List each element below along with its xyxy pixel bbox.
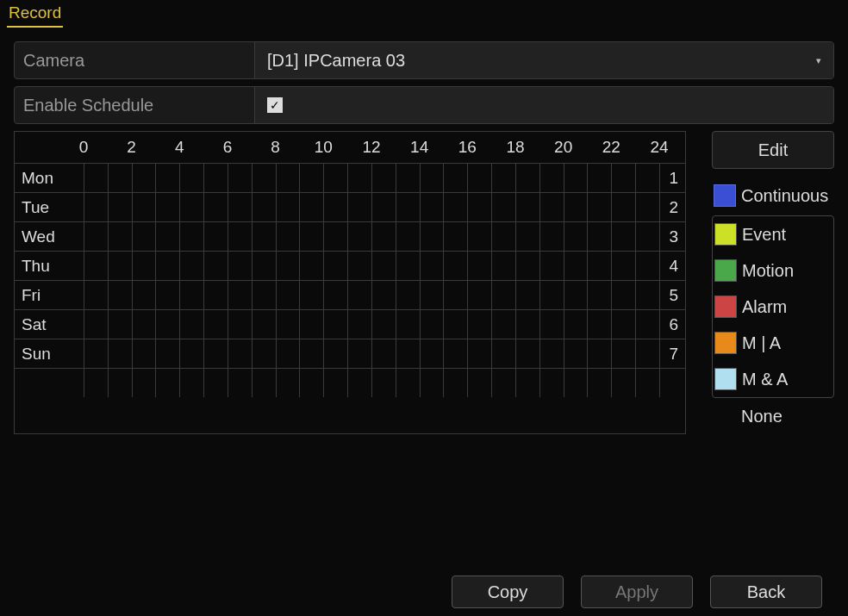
schedule-cell[interactable]	[299, 164, 323, 192]
schedule-cell[interactable]	[467, 193, 491, 221]
schedule-cell[interactable]	[515, 310, 539, 339]
schedule-cell[interactable]	[252, 252, 276, 280]
schedule-cell[interactable]	[396, 193, 420, 221]
day-row[interactable]: Wed3	[15, 221, 685, 251]
schedule-cell[interactable]	[371, 164, 396, 192]
schedule-cell[interactable]	[132, 339, 156, 368]
schedule-cell[interactable]	[179, 310, 203, 339]
schedule-cell[interactable]	[84, 193, 108, 221]
schedule-cell[interactable]	[228, 193, 252, 221]
schedule-cell[interactable]	[396, 222, 420, 251]
schedule-cell[interactable]	[276, 222, 300, 251]
schedule-cell[interactable]	[203, 339, 228, 368]
camera-select[interactable]: [D1] IPCamera 03 ▾	[254, 42, 833, 78]
schedule-cell[interactable]	[132, 310, 156, 339]
schedule-cell[interactable]	[491, 252, 515, 280]
schedule-cell[interactable]	[299, 193, 323, 221]
schedule-cell[interactable]	[132, 164, 156, 192]
schedule-cell[interactable]	[155, 193, 179, 221]
schedule-cell[interactable]	[347, 252, 371, 280]
schedule-cell[interactable]	[539, 193, 564, 221]
schedule-cell[interactable]	[467, 310, 491, 339]
schedule-cell[interactable]	[396, 252, 420, 280]
day-row[interactable]: Tue2	[15, 192, 685, 221]
schedule-cell[interactable]	[276, 193, 300, 221]
schedule-cell[interactable]	[420, 193, 444, 221]
schedule-cell[interactable]	[371, 310, 396, 339]
schedule-cell[interactable]	[228, 252, 252, 280]
day-row[interactable]: Mon1	[15, 163, 685, 192]
schedule-cell[interactable]	[323, 339, 347, 368]
schedule-cell[interactable]	[179, 252, 203, 280]
legend-event[interactable]: Event	[713, 216, 833, 252]
schedule-cell[interactable]	[179, 339, 203, 368]
schedule-cell[interactable]	[323, 252, 347, 280]
schedule-cell[interactable]	[132, 222, 156, 251]
schedule-cell[interactable]	[203, 310, 228, 339]
schedule-cell[interactable]	[323, 193, 347, 221]
schedule-cell[interactable]	[443, 222, 467, 251]
schedule-cell[interactable]	[252, 193, 276, 221]
schedule-cell[interactable]	[84, 339, 108, 368]
schedule-cell[interactable]	[371, 193, 396, 221]
schedule-cell[interactable]	[228, 222, 252, 251]
tab-record[interactable]: Record	[7, 3, 63, 28]
schedule-cell[interactable]	[396, 310, 420, 339]
schedule-cell[interactable]	[299, 310, 323, 339]
schedule-cell[interactable]	[108, 193, 132, 221]
schedule-cell[interactable]	[539, 252, 564, 280]
schedule-cell[interactable]	[467, 252, 491, 280]
schedule-cell[interactable]	[203, 252, 228, 280]
schedule-cell[interactable]	[443, 164, 467, 192]
schedule-cell[interactable]	[587, 193, 611, 221]
schedule-cell[interactable]	[515, 193, 539, 221]
schedule-cell[interactable]	[84, 310, 108, 339]
schedule-cell[interactable]	[371, 252, 396, 280]
schedule-cell[interactable]	[587, 310, 611, 339]
schedule-cell[interactable]	[539, 310, 564, 339]
schedule-cell[interactable]	[323, 222, 347, 251]
schedule-cell[interactable]	[155, 252, 179, 280]
schedule-cell[interactable]	[228, 164, 252, 192]
schedule-cell[interactable]	[515, 281, 539, 309]
schedule-cell[interactable]	[276, 281, 300, 309]
schedule-cell[interactable]	[84, 222, 108, 251]
schedule-cell[interactable]	[299, 339, 323, 368]
schedule-cell[interactable]	[587, 222, 611, 251]
schedule-cell[interactable]	[491, 281, 515, 309]
schedule-cell[interactable]	[132, 252, 156, 280]
schedule-cell[interactable]	[635, 164, 659, 192]
schedule-cell[interactable]	[371, 222, 396, 251]
schedule-cell[interactable]	[420, 164, 444, 192]
day-row[interactable]: Fri5	[15, 280, 685, 309]
schedule-cell[interactable]	[299, 281, 323, 309]
schedule-cell[interactable]	[443, 281, 467, 309]
schedule-cell[interactable]	[515, 339, 539, 368]
schedule-cell[interactable]	[323, 164, 347, 192]
schedule-cell[interactable]	[155, 281, 179, 309]
legend-motion[interactable]: Motion	[713, 252, 833, 289]
schedule-cell[interactable]	[155, 339, 179, 368]
schedule-cell[interactable]	[179, 222, 203, 251]
schedule-cell[interactable]	[515, 222, 539, 251]
schedule-cell[interactable]	[587, 339, 611, 368]
schedule-cell[interactable]	[84, 281, 108, 309]
schedule-cell[interactable]	[276, 339, 300, 368]
schedule-cell[interactable]	[323, 310, 347, 339]
schedule-cell[interactable]	[491, 222, 515, 251]
legend-m-and-a[interactable]: M & A	[713, 361, 833, 397]
schedule-cell[interactable]	[299, 252, 323, 280]
schedule-cell[interactable]	[252, 222, 276, 251]
schedule-cell[interactable]	[179, 164, 203, 192]
schedule-cell[interactable]	[179, 193, 203, 221]
schedule-cell[interactable]	[539, 281, 564, 309]
schedule-cell[interactable]	[635, 339, 659, 368]
schedule-cell[interactable]	[252, 339, 276, 368]
schedule-cell[interactable]	[635, 310, 659, 339]
schedule-cell[interactable]	[515, 164, 539, 192]
schedule-cell[interactable]	[443, 193, 467, 221]
schedule-cell[interactable]	[491, 339, 515, 368]
schedule-cell[interactable]	[299, 222, 323, 251]
schedule-cell[interactable]	[635, 193, 659, 221]
legend-continuous[interactable]: Continuous	[712, 177, 834, 214]
